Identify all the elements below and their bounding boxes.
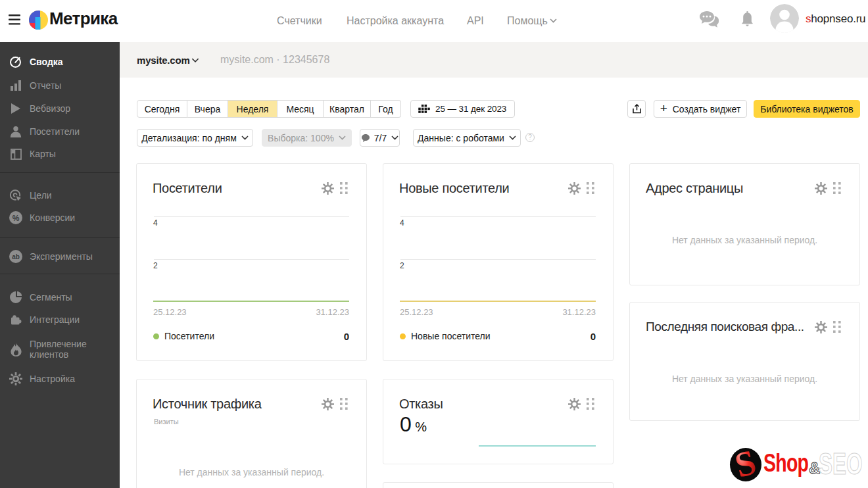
svg-text:%: %	[12, 214, 20, 223]
svg-text:ab: ab	[12, 253, 20, 260]
svg-text:Shop: Shop	[763, 449, 809, 477]
svg-text:SEO: SEO	[819, 447, 863, 481]
